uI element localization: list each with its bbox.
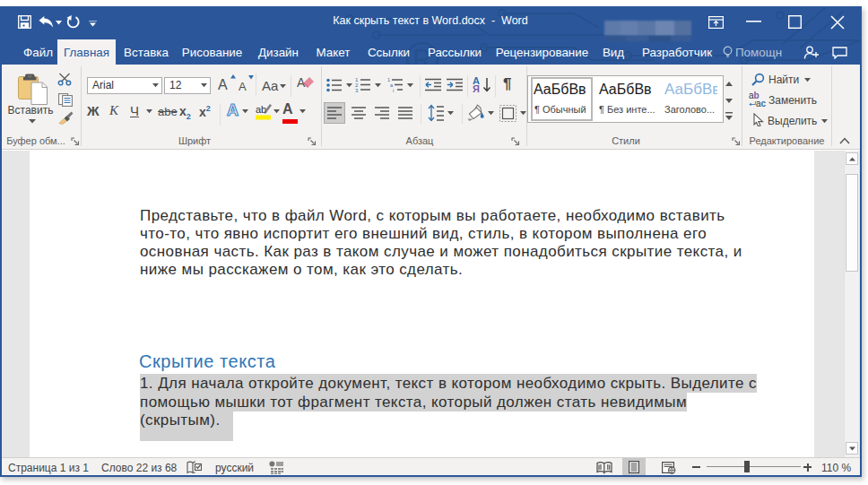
svg-text:3: 3: [355, 88, 359, 92]
svg-text:i: i: [393, 88, 394, 92]
